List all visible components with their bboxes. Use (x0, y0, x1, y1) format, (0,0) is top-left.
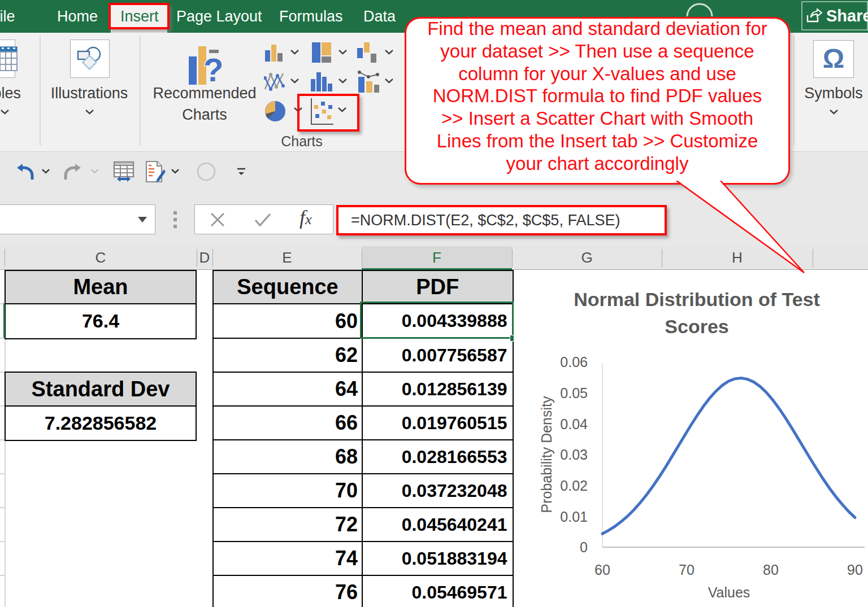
svg-text:?: ? (203, 51, 223, 85)
